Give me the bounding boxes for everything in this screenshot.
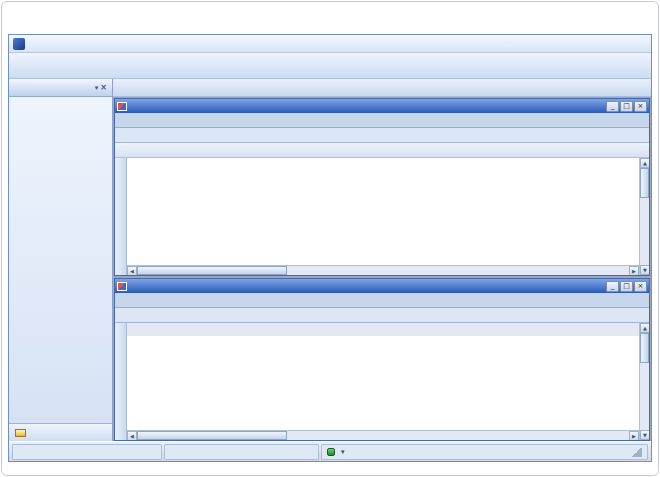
layout-status-icon — [327, 448, 335, 456]
scroll-down-arrow-icon[interactable]: ▼ — [640, 265, 650, 275]
statusbar: ▾ — [9, 441, 651, 461]
close-button[interactable]: × — [634, 101, 647, 112]
sidebar: ▾ × — [9, 79, 113, 441]
gantt-toolbar — [115, 143, 649, 158]
scrollbar-thumb[interactable] — [640, 168, 649, 198]
scroll-down-arrow-icon[interactable]: ▼ — [640, 430, 650, 440]
window-titlebar[interactable]: _ □ × — [115, 99, 649, 113]
application-window: ▾ × _ □ — [8, 34, 652, 462]
view-tabs — [115, 308, 649, 323]
statusbar-right-panel: ▾ — [321, 444, 648, 460]
scroll-right-arrow-icon[interactable]: ▶ — [629, 431, 639, 441]
app-icon — [13, 38, 25, 50]
sidebar-header: ▾ × — [9, 79, 112, 97]
project-library-table-window: _ □ × ◀ — [114, 278, 650, 441]
menubar — [9, 35, 651, 53]
chevron-down-icon[interactable]: ▾ — [95, 84, 99, 92]
project-library-gantt-window: _ □ × — [114, 98, 650, 276]
maximize-button[interactable]: □ — [620, 281, 633, 292]
scroll-right-arrow-icon[interactable]: ▶ — [629, 266, 639, 276]
scroll-left-arrow-icon[interactable]: ◀ — [127, 266, 137, 276]
close-button[interactable]: × — [634, 281, 647, 292]
mdi-area: _ □ × — [113, 97, 651, 441]
table-rows — [127, 336, 639, 430]
sidebar-item-message-management[interactable] — [9, 423, 112, 441]
vertical-scrollbar[interactable]: ▲ ▼ — [639, 158, 649, 275]
close-icon[interactable]: × — [100, 83, 107, 92]
scrollbar-thumb[interactable] — [137, 431, 287, 440]
horizontal-scrollbar[interactable]: ◀ ▶ — [127, 430, 639, 440]
view-tabs — [115, 128, 649, 143]
scrollbar-thumb[interactable] — [137, 266, 287, 275]
scroll-left-arrow-icon[interactable]: ◀ — [127, 431, 137, 441]
message-icon — [15, 429, 26, 437]
minimize-button[interactable]: _ — [606, 101, 619, 112]
resize-grip[interactable] — [632, 447, 642, 457]
main-area: _ □ × — [113, 79, 651, 441]
gantt-chart — [127, 182, 639, 265]
horizontal-scrollbar[interactable]: ◀ ▶ — [127, 265, 639, 275]
table-header-row — [127, 323, 639, 336]
statusbar-operation — [164, 444, 319, 460]
day-header-row — [127, 170, 639, 182]
sidebar-panel-project-management — [9, 97, 112, 423]
scrollbar-thumb[interactable] — [640, 333, 649, 363]
project-folder-side-tab[interactable] — [115, 158, 127, 275]
minimize-button[interactable]: _ — [606, 281, 619, 292]
vertical-scrollbar[interactable]: ▲ ▼ — [639, 323, 649, 440]
toolbar — [9, 53, 651, 79]
dropdown-arrow-icon[interactable]: ▾ — [341, 448, 345, 456]
scroll-up-arrow-icon[interactable]: ▲ — [640, 323, 650, 333]
window-titlebar[interactable]: _ □ × — [115, 279, 649, 293]
project-folder-side-tab[interactable] — [115, 323, 127, 440]
sub-toolbar — [113, 79, 651, 97]
window-icon — [117, 102, 127, 111]
window-icon — [117, 282, 127, 291]
statusbar-company — [12, 444, 162, 460]
maximize-button[interactable]: □ — [620, 101, 633, 112]
filter-tabs — [115, 293, 649, 308]
filter-tabs — [115, 113, 649, 128]
month-header-row — [127, 158, 639, 170]
scroll-up-arrow-icon[interactable]: ▲ — [640, 158, 650, 168]
